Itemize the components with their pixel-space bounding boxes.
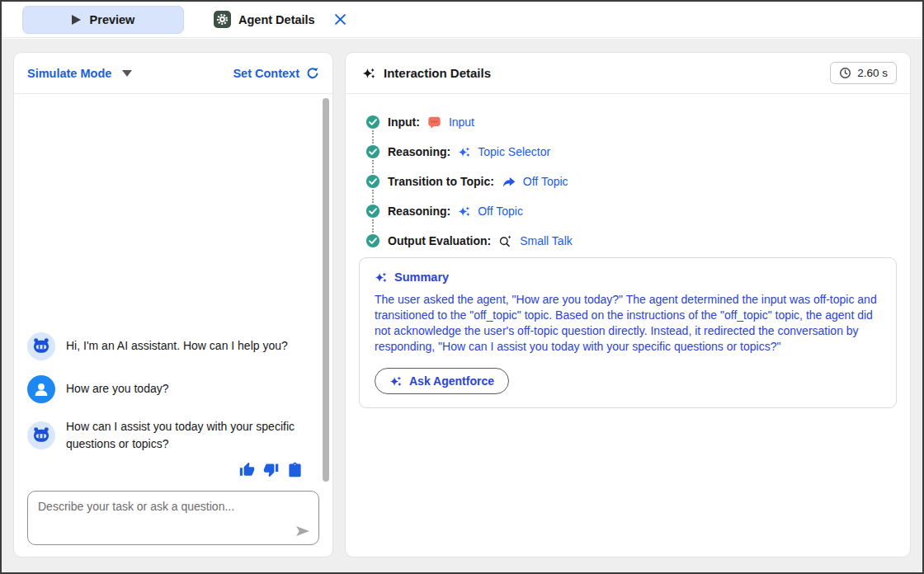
sparkle-icon — [458, 205, 470, 218]
refresh-icon — [306, 67, 319, 80]
step-label: Output Evaluation: — [388, 234, 491, 247]
bot-avatar-icon — [27, 421, 55, 449]
agent-details-tab-label: Agent Details — [238, 13, 315, 26]
chevron-down-icon — [122, 70, 132, 77]
message-composer — [27, 491, 319, 545]
message-text: How can I assist you today with your spe… — [66, 418, 308, 454]
copy-icon[interactable] — [287, 462, 303, 478]
simulate-mode-dropdown[interactable]: Simulate Mode — [27, 67, 132, 80]
step-row: Reasoning: Off Topic — [365, 203, 893, 219]
play-icon — [72, 15, 81, 25]
step-connector — [372, 190, 374, 203]
step-link[interactable]: Off Topic — [523, 175, 568, 188]
thumbs-up-icon[interactable] — [239, 462, 255, 478]
step-row: Reasoning: Topic Selector — [365, 144, 893, 160]
sparkle-icon — [389, 375, 402, 388]
search-sparkle-icon — [498, 234, 512, 248]
chat-panel-header: Simulate Mode Set Context — [14, 53, 332, 94]
duration-badge: 2.60 s — [830, 62, 897, 84]
check-circle-icon — [365, 233, 380, 248]
summary-body: The user asked the agent, "How are you t… — [375, 292, 881, 355]
set-context-button[interactable]: Set Context — [233, 67, 319, 80]
check-circle-icon — [365, 144, 380, 159]
message-text: Hi, I'm an AI assistant. How can I help … — [66, 337, 288, 355]
simulate-mode-label: Simulate Mode — [27, 67, 111, 80]
step-connector — [372, 160, 374, 173]
chat-message: How are you today? — [27, 375, 308, 403]
user-avatar-icon — [27, 375, 55, 403]
send-icon[interactable] — [295, 525, 310, 537]
preview-tab-label: Preview — [90, 13, 135, 26]
sparkle-icon — [362, 67, 375, 80]
tab-agent-details[interactable]: Agent Details — [214, 11, 315, 28]
step-connector — [372, 130, 374, 144]
summary-card: Summary The user asked the agent, "How a… — [359, 257, 897, 408]
workspace: Simulate Mode Set Context — [2, 39, 922, 572]
ask-agentforce-button[interactable]: Ask Agentforce — [375, 368, 509, 394]
chat-transcript: Hi, I'm an AI assistant. How can I help … — [14, 94, 332, 489]
transition-arrow-icon — [502, 175, 516, 189]
step-label: Reasoning: — [388, 205, 450, 218]
step-link[interactable]: Topic Selector — [478, 145, 550, 158]
ask-agentforce-label: Ask Agentforce — [409, 374, 494, 388]
step-link[interactable]: Small Talk — [520, 234, 573, 247]
step-list: Input: Input Reasoning: — [346, 94, 910, 249]
feedback-bar — [27, 462, 303, 478]
step-connector — [372, 219, 374, 233]
step-row: Transition to Topic: Off Topic — [365, 173, 893, 190]
step-row: Input: Input — [365, 114, 893, 130]
app-window: Preview Agent Details Simulate Mod — [0, 0, 924, 574]
step-link[interactable]: Input — [449, 115, 474, 129]
chat-bubble-icon — [427, 115, 441, 129]
tab-bar: Preview Agent Details — [2, 2, 922, 38]
message-input[interactable] — [28, 492, 318, 544]
chat-scrollbar[interactable] — [323, 98, 329, 482]
tab-preview[interactable]: Preview — [22, 6, 184, 34]
chat-panel: Simulate Mode Set Context — [13, 52, 333, 558]
chat-message: How can I assist you today with your spe… — [27, 418, 308, 454]
clock-icon — [839, 67, 851, 79]
duration-text: 2.60 s — [857, 67, 888, 79]
step-label: Reasoning: — [388, 145, 450, 158]
thumbs-down-icon[interactable] — [263, 462, 279, 478]
panel-title: Interaction Details — [384, 66, 491, 80]
chat-message: Hi, I'm an AI assistant. How can I help … — [27, 332, 308, 360]
bot-avatar-icon — [27, 332, 55, 360]
sparkle-icon — [375, 271, 387, 284]
summary-title: Summary — [394, 271, 449, 284]
step-label: Input: — [388, 115, 420, 129]
step-row: Output Evaluation: Small Talk — [365, 233, 893, 249]
message-text: How are you today? — [66, 380, 169, 398]
close-tab-icon[interactable] — [335, 14, 346, 25]
step-label: Transition to Topic: — [388, 175, 494, 188]
check-circle-icon — [365, 204, 380, 219]
check-circle-icon — [365, 115, 380, 129]
set-context-label: Set Context — [233, 67, 299, 80]
step-link[interactable]: Off Topic — [478, 205, 523, 218]
interaction-details-header: Interaction Details 2.60 s — [346, 53, 910, 94]
gear-icon — [214, 11, 231, 28]
sparkle-icon — [458, 146, 470, 158]
check-circle-icon — [365, 174, 380, 189]
interaction-details-panel: Interaction Details 2.60 s Input: — [345, 52, 911, 558]
